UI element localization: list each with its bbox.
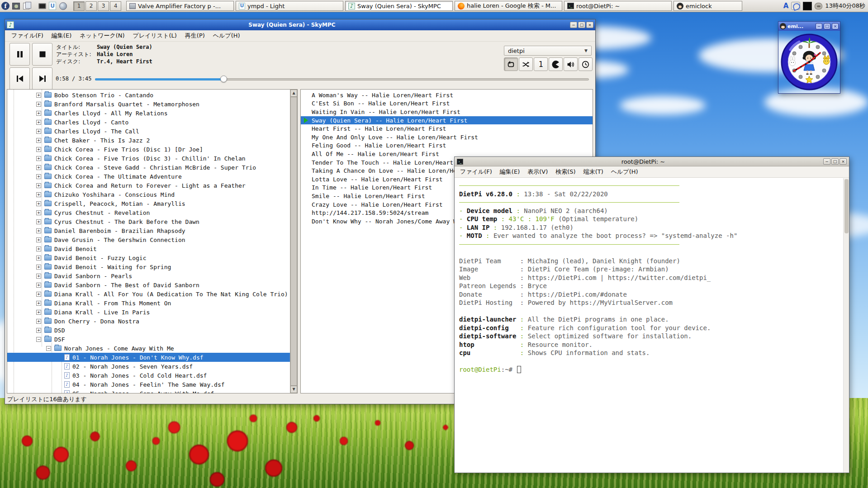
expand-icon[interactable]: + [36,120,41,125]
shuffle-button[interactable] [519,57,533,71]
maximize-button[interactable]: □ [831,158,839,165]
black-square-tray-icon[interactable] [803,2,812,10]
tree-item[interactable]: +Chet Baker - This Is Jazz 2 [7,136,290,145]
terminal-titlebar[interactable]: ›_ root@DietPi: ~ − □ × [455,157,849,166]
input-method-button[interactable]: U [48,1,57,10]
workspace-button-2[interactable]: 2 [85,1,97,11]
tree-item[interactable]: +Branford Marsalis Quartet - Metamorphos… [7,99,290,109]
tree-item[interactable]: +David Sanborn - The Best of David Sanbo… [7,280,290,289]
menu-item[interactable]: 表示(V) [527,168,548,176]
copy-tool-button[interactable] [22,1,31,10]
scroll-up-icon[interactable]: ▲ [290,90,297,97]
expand-icon[interactable]: + [36,292,41,297]
repeat-button[interactable] [504,57,518,71]
maximize-button[interactable]: □ [578,22,585,28]
tree-scrollbar[interactable]: ▲ ▼ [290,90,297,393]
menu-item[interactable]: ファイル(F) [460,168,492,176]
menu-item[interactable]: 端末(T) [583,168,603,176]
maximize-button[interactable]: □ [824,23,830,29]
playlist-item[interactable]: Heart First -- Halie Loren/Heart First [301,124,593,133]
minimize-button[interactable]: − [816,23,822,29]
expand-icon[interactable]: + [36,256,41,261]
taskbar-task-button[interactable]: halie Loren - Google 検索 - M... [455,1,562,11]
workspace-button-3[interactable]: 3 [98,1,109,11]
tree-item[interactable]: +Chick Corea - Steve Gadd - Christian Mc… [7,163,290,172]
menu-item[interactable]: ヘルプ(H) [611,168,638,176]
expand-icon[interactable]: + [36,265,41,270]
tree-item[interactable]: +DSD [7,326,290,335]
tree-item[interactable]: −Norah Jones - Come Away With Me [7,344,290,353]
menu-item[interactable]: プレイリスト(L) [133,32,177,40]
tree-item[interactable]: +Cyrus Chestnut - The Dark Before the Da… [7,217,290,226]
tree-item[interactable]: +Daniel Barenboim - Brazilian Rhapsody [7,226,290,235]
crossfade-button[interactable] [579,57,593,71]
expand-icon[interactable]: + [36,102,41,107]
seek-slider-handle[interactable] [220,76,227,82]
tree-item[interactable]: +Diana Krall - Live In Paris [7,308,290,317]
tree-item[interactable]: +Diana Krall - All For You (A Dedication… [7,289,290,298]
expand-icon[interactable]: + [36,237,41,242]
taskbar-task-button[interactable]: Uympd - Light [236,1,343,11]
tree-item[interactable]: +Charles Lloyd - Canto [7,118,290,127]
stop-button[interactable] [32,43,52,66]
workspace-button-4[interactable]: 4 [110,1,121,11]
expand-icon[interactable]: + [36,165,41,170]
expand-icon[interactable]: + [36,319,41,324]
expand-icon[interactable]: + [36,111,41,116]
close-button[interactable]: × [586,22,593,28]
expand-icon[interactable]: + [36,219,41,224]
collapse-icon[interactable]: − [46,346,51,351]
expand-icon[interactable]: + [36,93,41,98]
expand-icon[interactable]: + [36,274,41,279]
next-button[interactable] [32,67,52,90]
menu-item[interactable]: 編集(E) [52,32,71,40]
close-button[interactable]: × [840,158,847,165]
playlist-item[interactable]: A Woman's Way -- Halie Loren/Heart First [301,91,593,99]
seek-slider[interactable] [95,76,589,83]
mozc-tray-icon[interactable] [791,2,800,10]
workspace-button-1[interactable]: 1 [73,1,85,11]
single-button[interactable]: 1 [534,57,548,71]
terminal-output[interactable]: DietPi v6.28.0 : 13:38 - Sat 02/22/2020-… [455,178,849,473]
taskbar-task-button[interactable]: emiclock [674,1,742,11]
expand-icon[interactable]: + [36,246,41,251]
scroll-down-icon[interactable]: ▼ [290,386,297,393]
tree-item[interactable]: +Crispell, Peacock, Motian - Amaryllis [7,199,290,208]
tree-item[interactable]: +Chick Corea and Return to Forever - Lig… [7,181,290,190]
tree-item[interactable]: +Cyrus Chestnut - Revelation [7,208,290,217]
expand-icon[interactable]: + [36,138,41,143]
playlist-item[interactable]: C'Est Si Bon -- Halie Loren/Heart First [301,99,593,108]
menu-item[interactable]: 再生(P) [185,32,205,40]
tree-item[interactable]: +Dave Grusin - The Gershwin Connection [7,235,290,244]
globe-tool-button[interactable] [58,1,67,10]
tree-item[interactable]: ♪01 - Norah Jones - Don't Know Why.dsf [7,353,290,362]
menu-item[interactable]: 検索(S) [555,168,575,176]
tree-item[interactable]: ♪03 - Norah Jones - Cold Cold Heart.dsf [7,371,290,380]
menu-item[interactable]: ネットワーク(N) [80,32,124,40]
menu-item[interactable]: ヘルプ(H) [213,32,240,40]
tree-item[interactable]: +David Benoit - Fuzzy Logic [7,253,290,262]
tree-item[interactable]: +Chizuko Yoshihara - Conscious Mind [7,190,290,199]
expand-icon[interactable]: + [36,147,41,152]
fedora-menu-button[interactable]: f [1,1,10,10]
tree-item[interactable]: +Charles Lloyd - The Call [7,127,290,136]
expand-icon[interactable]: + [36,174,41,179]
taskbar-task-button[interactable]: ♪Sway (Quien Sera) - SkyMPC [345,1,453,11]
consume-button[interactable] [549,57,563,71]
playlist-item[interactable]: Feling Good -- Halie Loren/Heart First [301,142,593,150]
face-tray-icon[interactable] [815,3,822,9]
tree-item[interactable]: +Diana Krall - From This Moment On [7,298,290,308]
minimize-button[interactable]: − [823,158,830,165]
display-tool-button[interactable] [38,1,47,10]
emiclock-titlebar[interactable]: emi... − □ × [778,22,840,31]
previous-button[interactable] [9,67,30,90]
terminal-scrollbar[interactable] [843,178,849,473]
tree-item[interactable]: ♪02 - Norah Jones - Seven Years.dsf [7,362,290,371]
taskbar-task-button[interactable]: ›_root@DietPi: ~ [564,1,672,11]
expand-icon[interactable]: + [36,201,41,206]
expand-icon[interactable]: + [36,328,41,333]
input-method-indicator[interactable]: A [783,2,789,10]
tree-item[interactable]: +Charles Lloyd - All My Relations [7,109,290,118]
collapse-icon[interactable]: − [36,337,41,342]
tree-item[interactable]: ♪05 - Norah Jones - Come Away With Me.ds… [7,389,290,393]
